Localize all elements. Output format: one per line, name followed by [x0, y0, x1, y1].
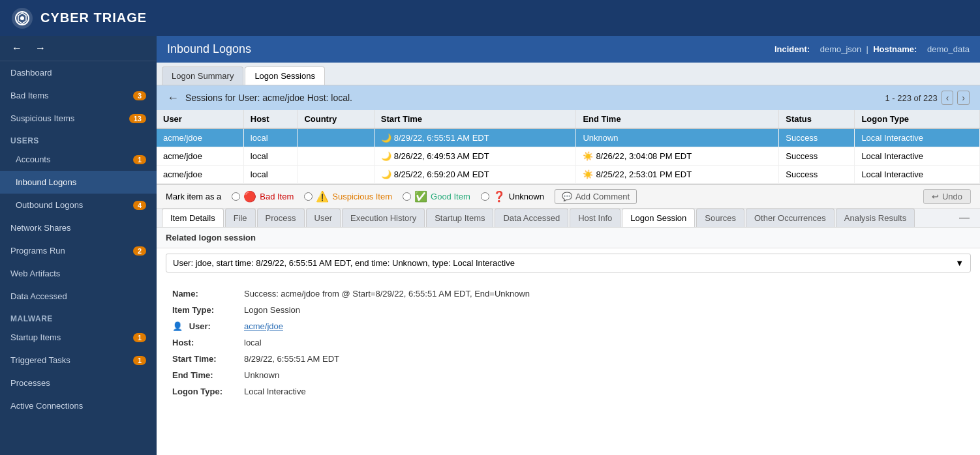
- sidebar-item-network-shares[interactable]: Network Shares: [0, 216, 157, 239]
- sidebar-item-dashboard[interactable]: Dashboard: [0, 61, 157, 84]
- col-start-time[interactable]: Start Time: [374, 110, 576, 128]
- back-nav-button[interactable]: ←: [9, 41, 25, 55]
- sidebar-item-triggered-tasks[interactable]: Triggered Tasks 1: [0, 349, 157, 372]
- app-title: CYBER TRIAGE: [40, 10, 147, 25]
- accounts-badge: 1: [133, 155, 146, 164]
- data-table-wrapper: User Host Country Start Time End Time St…: [157, 110, 980, 184]
- mark-suspicious-label[interactable]: ⚠️ Suspicious Item: [304, 190, 392, 203]
- mark-suspicious-radio[interactable]: [304, 192, 313, 201]
- sidebar-item-web-artifacts[interactable]: Web Artifacts: [0, 262, 157, 285]
- field-name: Name: Success: acme/jdoe from @ Start=8/…: [172, 286, 964, 302]
- app-logo: CYBER TRIAGE: [10, 7, 147, 30]
- detail-tabs-bar: Item Details File Process User Execution…: [157, 209, 980, 228]
- detail-tab-execution-history[interactable]: Execution History: [342, 209, 425, 227]
- app-header: CYBER TRIAGE: [0, 0, 980, 36]
- sidebar-nav-arrows: ← →: [0, 36, 157, 61]
- suspicious-icon: ⚠️: [316, 190, 329, 203]
- table-row[interactable]: acme/jdoe local 🌙8/25/22, 6:59:20 AM EDT…: [157, 166, 980, 184]
- sessions-title: Sessions for User: acme/jdoe Host: local…: [185, 93, 352, 103]
- field-item-type-label: Item Type:: [172, 305, 244, 315]
- field-start-time: Start Time: 8/29/22, 6:55:51 AM EDT: [172, 351, 964, 367]
- sidebar-item-active-connections[interactable]: Active Connections: [0, 394, 157, 417]
- related-section-title: Related logon session: [157, 228, 980, 248]
- sidebar-item-startup-items[interactable]: Startup Items 1: [0, 326, 157, 349]
- cell-status: Success: [779, 166, 855, 184]
- sidebar-item-suspicious-items[interactable]: Suspicious Items 13: [0, 107, 157, 130]
- sidebar-item-outbound-logons[interactable]: Outbound Logons 4: [0, 194, 157, 216]
- field-start-time-label: Start Time:: [172, 354, 244, 364]
- sidebar-item-inbound-logons[interactable]: Inbound Logons: [0, 171, 157, 194]
- pagination-next[interactable]: ›: [957, 91, 970, 105]
- table-row[interactable]: acme/jdoe local 🌙8/29/22, 6:55:51 AM EDT…: [157, 128, 980, 147]
- svg-point-2: [20, 16, 24, 20]
- detail-tab-file[interactable]: File: [225, 209, 256, 227]
- mark-bad-item-label[interactable]: 🔴 Bad Item: [232, 190, 294, 203]
- cell-start-time: 🌙8/26/22, 6:49:53 AM EDT: [374, 147, 576, 166]
- forward-nav-button[interactable]: →: [33, 41, 48, 55]
- pagination-text: 1 - 223 of 223: [885, 93, 937, 103]
- detail-tab-startup-items[interactable]: Startup Items: [426, 209, 493, 227]
- pagination-prev[interactable]: ‹: [942, 91, 954, 105]
- mark-unknown-label[interactable]: ❓ Unknown: [481, 190, 544, 203]
- mark-good-item-radio[interactable]: [403, 192, 411, 201]
- good-item-icon: ✅: [414, 190, 427, 203]
- field-user-value[interactable]: acme/jdoe: [244, 321, 283, 331]
- good-item-text: Good Item: [431, 192, 470, 201]
- bad-item-icon: 🔴: [243, 190, 256, 203]
- tab-logon-summary[interactable]: Logon Summary: [162, 66, 243, 85]
- pagination: 1 - 223 of 223 ‹ ›: [885, 91, 970, 105]
- field-host-value: local: [244, 338, 262, 347]
- col-host[interactable]: Host: [243, 110, 298, 128]
- mark-unknown-radio[interactable]: [481, 192, 489, 201]
- sidebar-item-processes[interactable]: Processes: [0, 372, 157, 394]
- field-end-time-label: End Time:: [172, 370, 244, 380]
- user-icon: 👤: [172, 321, 183, 331]
- cell-user: acme/jdoe: [157, 166, 243, 184]
- col-country[interactable]: Country: [298, 110, 374, 128]
- detail-tab-sources[interactable]: Sources: [696, 209, 744, 227]
- sidebar-item-bad-items[interactable]: Bad Items 3: [0, 84, 157, 107]
- session-selector[interactable]: User: jdoe, start time: 8/29/22, 6:55:51…: [166, 254, 971, 272]
- moon-icon: 🌙: [381, 169, 391, 179]
- cell-logon-type: Local Interactive: [855, 147, 980, 166]
- undo-button[interactable]: ↩ Undo: [923, 189, 971, 204]
- cell-end-time: ☀️8/26/22, 3:04:08 PM EDT: [576, 147, 779, 166]
- detail-tab-logon-session[interactable]: Logon Session: [622, 209, 695, 227]
- cell-status: Success: [779, 128, 855, 147]
- sessions-back-button[interactable]: ←: [167, 91, 179, 105]
- detail-tab-item-details[interactable]: Item Details: [162, 209, 224, 227]
- add-comment-button[interactable]: 💬 Add Comment: [555, 189, 637, 204]
- detail-fields: Name: Success: acme/jdoe from @ Start=8/…: [157, 278, 980, 407]
- cell-status: Success: [779, 147, 855, 166]
- sidebar-item-accounts[interactable]: Accounts 1: [0, 148, 157, 171]
- field-item-type-value: Logon Session: [244, 305, 300, 315]
- col-end-time[interactable]: End Time: [576, 110, 779, 128]
- detail-tab-other-occurrences[interactable]: Other Occurrences: [746, 209, 835, 227]
- mark-bad-item-radio[interactable]: [232, 192, 240, 201]
- mark-good-item-label[interactable]: ✅ Good Item: [403, 190, 470, 203]
- tab-logon-sessions[interactable]: Logon Sessions: [245, 66, 325, 85]
- cell-user: acme/jdoe: [157, 128, 243, 147]
- sidebar-item-data-accessed[interactable]: Data Accessed: [0, 285, 157, 308]
- cell-country: [298, 128, 374, 147]
- col-logon-type[interactable]: Logon Type: [855, 110, 980, 128]
- moon-icon: 🌙: [381, 151, 391, 161]
- sun-icon: ☀️: [583, 169, 593, 179]
- detail-tab-data-accessed[interactable]: Data Accessed: [495, 209, 568, 227]
- col-status[interactable]: Status: [779, 110, 855, 128]
- detail-tab-user[interactable]: User: [306, 209, 341, 227]
- cell-country: [298, 166, 374, 184]
- table-row[interactable]: acme/jdoe local 🌙8/26/22, 6:49:53 AM EDT…: [157, 147, 980, 166]
- logon-sessions-table: User Host Country Start Time End Time St…: [157, 110, 980, 184]
- detail-tab-host-info[interactable]: Host Info: [570, 209, 620, 227]
- dropdown-arrow-icon: ▼: [955, 258, 964, 268]
- detail-tab-analysis-results[interactable]: Analysis Results: [836, 209, 915, 227]
- detail-minimize-button[interactable]: —: [954, 212, 975, 224]
- comment-icon: 💬: [562, 192, 572, 201]
- cell-user: acme/jdoe: [157, 147, 243, 166]
- field-logon-type: Logon Type: Local Interactive: [172, 383, 964, 400]
- field-end-time-value: Unknown: [244, 370, 279, 380]
- sidebar-item-programs-run[interactable]: Programs Run 2: [0, 239, 157, 262]
- detail-tab-process[interactable]: Process: [257, 209, 305, 227]
- col-user[interactable]: User: [157, 110, 243, 128]
